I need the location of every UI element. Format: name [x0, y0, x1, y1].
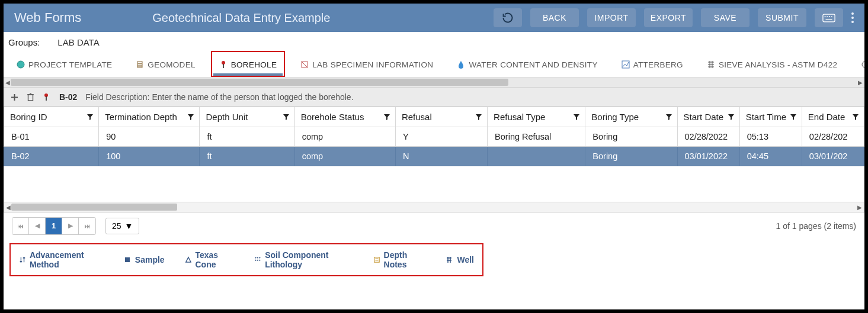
filter-icon[interactable] — [187, 114, 194, 121]
table-cell[interactable]: 90 — [99, 127, 200, 147]
table-cell[interactable]: Y — [395, 127, 487, 147]
table-cell[interactable]: Boring — [585, 127, 677, 147]
filter-icon[interactable] — [852, 114, 859, 121]
column-header[interactable]: End Date — [802, 107, 864, 127]
tab-atterberg[interactable]: ATTERBERG — [622, 52, 683, 77]
table-cell[interactable]: B-02 — [4, 147, 99, 166]
table-cell[interactable]: 03/01/2022 — [677, 147, 739, 166]
tab-sieve-analysis[interactable]: SIEVE ANALYSIS - ASTM D422 — [707, 52, 837, 77]
column-header[interactable]: Boring Type — [585, 107, 677, 127]
pager-first-button[interactable]: ⏮ — [12, 218, 29, 234]
pager: ⏮ ◀ 1 ▶ ⏭ 25 ▼ 1 of 1 pages (2 items) — [4, 212, 864, 238]
table-cell[interactable]: 03/01/202 — [802, 147, 864, 166]
subtab-soil-lithology[interactable]: Soil Component Lithology — [254, 250, 353, 269]
svg-rect-0 — [823, 14, 835, 22]
table-cell[interactable]: 04:45 — [739, 147, 802, 166]
square-icon — [123, 256, 132, 264]
app-name: Web Forms — [14, 10, 81, 25]
pager-next-button[interactable]: ▶ — [62, 218, 79, 234]
table-cell[interactable]: Boring — [585, 147, 677, 166]
subtab-well[interactable]: Well — [445, 255, 474, 264]
column-label: Depth Unit — [206, 112, 248, 122]
keyboard-button[interactable] — [815, 8, 843, 27]
box-icon — [300, 60, 309, 69]
column-label: Start Time — [746, 112, 786, 122]
column-header[interactable]: Termination Depth — [99, 107, 200, 127]
column-header[interactable]: Refusal — [395, 107, 487, 127]
column-label: Borehole Status — [301, 112, 364, 122]
tab-label: LAB SPECIMEN INFORMATION — [312, 60, 433, 69]
grid-scrollbar[interactable]: ◀ ▶ — [4, 202, 864, 212]
filter-icon[interactable] — [665, 114, 672, 121]
table-cell[interactable]: 05:13 — [739, 127, 802, 147]
pager-last-button[interactable]: ⏭ — [79, 218, 95, 234]
svg-point-34 — [259, 260, 260, 261]
table-cell[interactable]: Boring Refusal — [488, 127, 585, 147]
scroll-right-icon[interactable]: ▶ — [856, 78, 864, 87]
scroll-thumb[interactable] — [11, 204, 177, 211]
add-row-button[interactable] — [11, 93, 18, 101]
tab-hydr[interactable]: HYDR — [861, 52, 864, 77]
table-cell[interactable]: comp — [294, 147, 395, 166]
back-button[interactable]: BACK — [530, 8, 579, 27]
column-header[interactable]: Start Date — [677, 107, 739, 127]
pin-icon — [219, 60, 228, 69]
delete-row-button[interactable] — [27, 93, 34, 101]
drop-icon — [457, 60, 465, 69]
pager-page-current[interactable]: 1 — [46, 218, 62, 234]
scroll-thumb[interactable] — [11, 79, 508, 86]
subtab-texas-cone[interactable]: Texas Cone — [185, 250, 235, 269]
subtab-label: Depth Notes — [384, 250, 425, 269]
page-title: Geotechnical Data Entry Example — [152, 11, 330, 25]
subtab-label: Well — [457, 255, 474, 264]
globe-icon — [17, 60, 25, 69]
filter-icon[interactable] — [728, 114, 735, 121]
tab-geomodel[interactable]: GEOMODEL — [136, 52, 195, 77]
tab-water-content[interactable]: WATER CONTENT AND DENSITY — [457, 52, 597, 77]
filter-icon[interactable] — [283, 114, 290, 121]
filter-icon[interactable] — [383, 114, 390, 121]
tab-borehole[interactable]: BOREHOLE — [219, 52, 277, 77]
column-header[interactable]: Refusal Type — [488, 107, 585, 127]
subtab-sample[interactable]: Sample — [123, 255, 165, 264]
save-button[interactable]: SAVE — [701, 8, 750, 27]
tab-lab-specimen[interactable]: LAB SPECIMEN INFORMATION — [300, 52, 433, 77]
table-cell[interactable]: comp — [294, 127, 395, 147]
subtab-depth-notes[interactable]: Depth Notes — [373, 250, 425, 269]
column-header[interactable]: Depth Unit — [200, 107, 294, 127]
chart-icon — [622, 60, 630, 69]
filter-icon[interactable] — [87, 114, 94, 121]
svg-point-20 — [862, 62, 864, 67]
filter-icon[interactable] — [790, 114, 797, 121]
export-button[interactable]: EXPORT — [644, 8, 693, 27]
column-header[interactable]: Start Time — [739, 107, 802, 127]
table-cell[interactable]: N — [395, 147, 487, 166]
column-header[interactable]: Borehole Status — [294, 107, 395, 127]
kebab-menu-icon[interactable] — [851, 12, 854, 23]
table-cell[interactable]: 02/28/2022 — [677, 127, 739, 147]
table-cell[interactable]: ft — [200, 147, 294, 166]
pager-page-size[interactable]: 25 ▼ — [105, 218, 139, 234]
table-cell[interactable]: ft — [200, 127, 294, 147]
table-cell[interactable]: 100 — [99, 147, 200, 166]
tabs-bar: PROJECT TEMPLATE GEOMODEL BOREHOLE LAB S… — [4, 52, 864, 77]
svg-rect-28 — [125, 257, 130, 262]
table-row[interactable]: B-0190ftcompYBoring RefusalBoring02/28/2… — [4, 127, 864, 147]
tab-project-template[interactable]: PROJECT TEMPLATE — [17, 52, 112, 77]
sieve-icon — [707, 60, 715, 69]
refresh-button[interactable] — [494, 8, 522, 27]
pager-info: 1 of 1 pages (2 items) — [776, 221, 856, 231]
filter-icon[interactable] — [573, 114, 580, 121]
submit-button[interactable]: SUBMIT — [758, 8, 806, 27]
tabs-scrollbar[interactable]: ◀ ▶ — [4, 77, 864, 88]
table-cell[interactable] — [488, 147, 585, 166]
filter-icon[interactable] — [475, 114, 482, 121]
column-header[interactable]: Boring ID — [4, 107, 99, 127]
scroll-right-icon[interactable]: ▶ — [856, 202, 864, 212]
table-cell[interactable]: 02/28/202 — [802, 127, 864, 147]
pager-prev-button[interactable]: ◀ — [29, 218, 46, 234]
subtab-advancement-method[interactable]: Advancement Method — [19, 250, 103, 269]
table-cell[interactable]: B-01 — [4, 127, 99, 147]
table-row[interactable]: B-02100ftcompNBoring03/01/202204:4503/01… — [4, 147, 864, 166]
import-button[interactable]: IMPORT — [587, 8, 636, 27]
